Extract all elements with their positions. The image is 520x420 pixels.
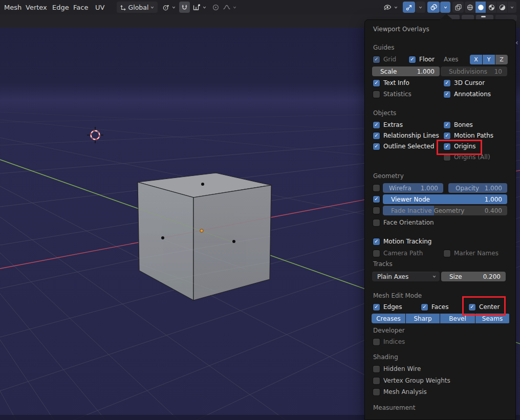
transform-orientation-dropdown[interactable]: Global xyxy=(117,2,158,13)
menu-uv[interactable]: UV xyxy=(92,0,107,14)
shading-wireframe-button[interactable] xyxy=(465,2,475,13)
checkbox-mesh-analysis[interactable]: Mesh Analysis xyxy=(373,387,427,396)
checkbox-extras[interactable]: ✓ Extras xyxy=(373,120,403,129)
checkbox-box[interactable]: ✓ xyxy=(444,91,450,98)
overlays-settings-dropdown[interactable] xyxy=(440,2,450,13)
checkbox-box[interactable] xyxy=(373,378,380,384)
checkbox-box[interactable]: ✓ xyxy=(373,122,380,128)
checkbox-floor[interactable]: ✓ Floor xyxy=(409,55,435,64)
sidebar-collapse-arrow[interactable]: ‹ xyxy=(515,39,518,46)
section-geometry: Geometry xyxy=(373,172,404,180)
checkbox-marker-names[interactable]: Marker Names xyxy=(444,249,499,258)
checkbox-box[interactable] xyxy=(373,219,380,226)
show-overlays-toggle[interactable] xyxy=(427,2,440,13)
checkbox-box[interactable]: ✓ xyxy=(444,132,450,139)
checkbox-box[interactable] xyxy=(373,91,380,98)
proportional-falloff-dropdown[interactable] xyxy=(221,2,239,13)
axis-z-toggle[interactable]: Z xyxy=(495,55,508,64)
checkbox-box[interactable] xyxy=(444,250,450,257)
checkbox-grid[interactable]: ✓ Grid xyxy=(373,55,396,64)
checkbox-box[interactable]: ✓ xyxy=(373,304,380,311)
snap-settings-dropdown[interactable] xyxy=(190,2,209,13)
checkbox-box[interactable] xyxy=(373,366,380,372)
checkbox-relationship-lines[interactable]: ✓ Relationship Lines xyxy=(373,131,439,140)
menu-edge[interactable]: Edge xyxy=(49,0,72,14)
chevron-down-icon xyxy=(232,5,237,10)
checkbox-box[interactable]: ✓ xyxy=(373,80,380,86)
wireframe-slider[interactable]: Wirefra 1.000 xyxy=(383,183,443,193)
chevron-down-icon xyxy=(202,5,207,10)
checkbox-box[interactable] xyxy=(373,250,380,257)
checkbox-face-orientation[interactable]: Face Orientation xyxy=(373,218,434,227)
creases-toggle[interactable]: Creases xyxy=(372,314,405,323)
shading-settings-dropdown[interactable] xyxy=(508,2,516,13)
checkbox-indices[interactable]: Indices xyxy=(373,337,405,346)
pivot-point-dropdown[interactable] xyxy=(161,2,177,13)
checkbox-box[interactable] xyxy=(373,339,380,345)
orientation-axes-icon xyxy=(120,4,127,11)
falloff-curve-icon xyxy=(223,3,231,11)
face-dot-right xyxy=(232,240,235,243)
axis-x-toggle[interactable]: X xyxy=(470,55,482,64)
menu-face[interactable]: Face xyxy=(70,0,91,14)
object-visibility-dropdown[interactable] xyxy=(380,2,401,13)
snap-toggle-button[interactable] xyxy=(179,2,190,13)
xray-toggle[interactable] xyxy=(452,2,464,13)
shading-material-button[interactable] xyxy=(486,2,496,13)
checkbox-box[interactable]: ✓ xyxy=(444,122,450,128)
checkbox-box[interactable]: ✓ xyxy=(373,238,380,245)
menu-mesh[interactable]: Mesh xyxy=(1,0,25,14)
checkbox-box[interactable] xyxy=(373,389,380,395)
shading-solid-button[interactable] xyxy=(475,2,486,13)
sharp-toggle[interactable]: Sharp xyxy=(406,314,440,323)
checkbox-camera-path[interactable]: Camera Path xyxy=(373,249,423,258)
checkbox-box[interactable]: ✓ xyxy=(373,56,380,63)
annotation-box-center xyxy=(462,296,506,316)
proportional-editing-toggle[interactable] xyxy=(210,2,221,13)
checkbox-annotations[interactable]: ✓ Annotations xyxy=(444,90,491,99)
annotation-box-origins xyxy=(437,140,482,155)
checkbox-statistics[interactable]: Statistics xyxy=(373,90,411,99)
object-origin-dot xyxy=(200,229,203,232)
checkbox-viewer-node[interactable]: ✓ xyxy=(373,194,380,204)
checkbox-box[interactable]: ✓ xyxy=(421,304,428,311)
track-size-slider[interactable]: Size 0.200 xyxy=(441,272,506,281)
checkbox-hidden-wire[interactable]: Hidden Wire xyxy=(373,364,421,373)
chevron-down-icon xyxy=(394,5,398,10)
eye-filter-icon xyxy=(383,3,392,11)
checkbox-motion-tracking[interactable]: ✓ Motion Tracking xyxy=(373,237,431,246)
checkbox-fade-inactive[interactable] xyxy=(373,206,380,215)
grid-subdivisions-slider[interactable]: Subdivisions 10 xyxy=(441,67,507,76)
checkbox-text-info[interactable]: ✓ Text Info xyxy=(373,78,409,87)
checkbox-box[interactable]: ✓ xyxy=(444,80,450,86)
checkbox-motion-paths[interactable]: ✓ Motion Paths xyxy=(444,131,493,140)
checkbox-outline-selected[interactable]: ✓ Outline Selected xyxy=(373,142,434,151)
checkbox-vertex-group-weights[interactable]: Vertex Group Weights xyxy=(373,376,450,385)
fade-inactive-slider[interactable]: Fade Inactive Geometry 0.400 xyxy=(383,206,507,215)
checkbox-bones[interactable]: ✓ Bones xyxy=(444,120,473,129)
show-gizmo-toggle[interactable] xyxy=(403,2,415,13)
checkbox-box[interactable] xyxy=(373,207,380,214)
checkbox-edges[interactable]: ✓ Edges xyxy=(373,302,402,312)
menu-vertex[interactable]: Vertex xyxy=(23,0,50,14)
track-display-dropdown[interactable]: Plain Axes xyxy=(372,272,440,281)
section-shading: Shading xyxy=(373,353,398,361)
material-sphere-icon xyxy=(488,4,495,11)
checkbox-box[interactable]: ✓ xyxy=(373,132,380,139)
checkbox-box[interactable]: ✓ xyxy=(373,196,380,203)
grid-scale-slider[interactable]: Scale 1.000 xyxy=(372,67,440,76)
axis-y-toggle[interactable]: Y xyxy=(483,55,495,64)
viewer-node-slider[interactable]: Viewer Node 1.000 xyxy=(383,194,507,204)
checkbox-3d-cursor[interactable]: ✓ 3D Cursor xyxy=(444,78,485,87)
snap-increment-icon xyxy=(192,3,201,11)
checkbox-wireframe[interactable] xyxy=(373,183,380,192)
checkbox-box[interactable] xyxy=(373,185,380,191)
opacity-slider[interactable]: Opacity 1.000 xyxy=(448,183,507,193)
xray-icon xyxy=(454,4,462,11)
gizmo-settings-dropdown[interactable] xyxy=(416,2,425,13)
shading-rendered-button[interactable] xyxy=(497,2,507,13)
checkbox-faces[interactable]: ✓ Faces xyxy=(421,302,448,312)
checkbox-box[interactable]: ✓ xyxy=(373,143,380,150)
chevron-down-icon xyxy=(510,5,514,10)
checkbox-box[interactable]: ✓ xyxy=(409,56,416,63)
